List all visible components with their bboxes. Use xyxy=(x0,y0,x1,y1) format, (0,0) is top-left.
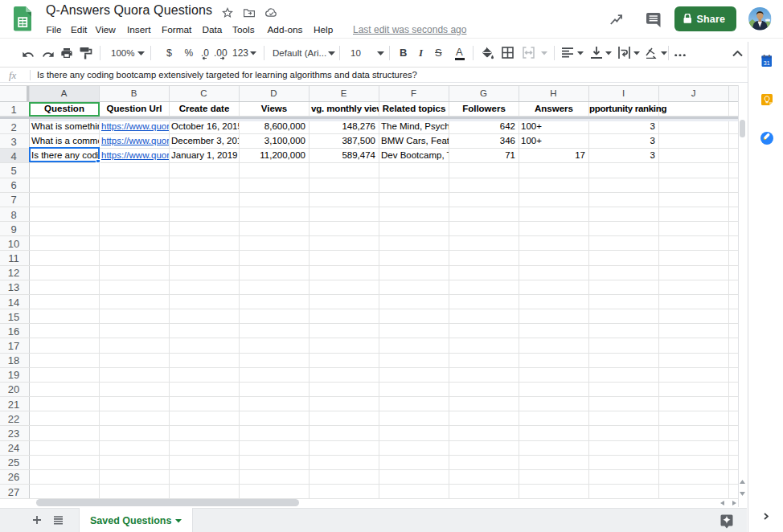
svg-text:31: 31 xyxy=(763,60,769,66)
